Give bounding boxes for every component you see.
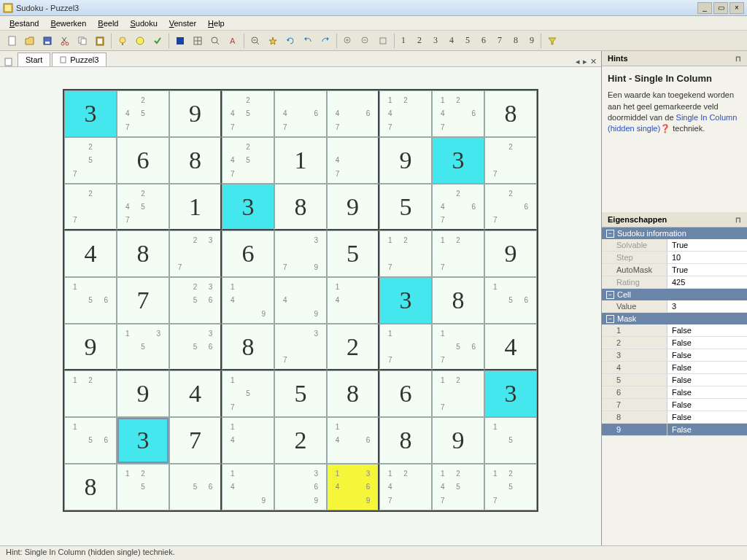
cell-7-6[interactable]: 8 (379, 417, 432, 464)
number-1[interactable]: 1 (398, 35, 409, 46)
copy-icon[interactable] (74, 33, 90, 49)
cell-5-4[interactable]: 37 (274, 324, 327, 370)
cell-4-4[interactable]: 49 (274, 277, 327, 324)
cell-1-3[interactable]: 2457 (222, 137, 274, 184)
cell-3-5[interactable]: 5 (327, 230, 379, 277)
cell-0-0[interactable]: 3 (64, 90, 117, 137)
cell-6-7[interactable]: 127 (432, 370, 484, 417)
menu-venster[interactable]: Venster (164, 18, 201, 29)
close-button[interactable]: × (729, 2, 744, 14)
cell-7-0[interactable]: 156 (64, 417, 117, 464)
zoom-reset-icon[interactable] (357, 33, 374, 49)
solve-icon[interactable] (150, 33, 166, 49)
prop-row[interactable]: Step10 (602, 252, 747, 264)
cell-6-6[interactable]: 6 (379, 370, 432, 417)
tab-puzzel3[interactable]: Puzzel3 (52, 52, 107, 66)
filter-icon[interactable] (544, 33, 560, 49)
prop-row[interactable]: 8False (602, 411, 747, 424)
cell-2-7[interactable]: 2467 (432, 184, 484, 230)
zoom-fit-icon[interactable] (375, 33, 391, 49)
prop-group[interactable]: −Cell (602, 289, 747, 300)
cell-4-2[interactable]: 2356 (169, 277, 222, 324)
cell-1-8[interactable]: 27 (484, 137, 537, 184)
cell-3-0[interactable]: 4 (64, 230, 117, 277)
cell-4-5[interactable]: 14 (327, 277, 379, 324)
cell-4-7[interactable]: 8 (432, 277, 484, 324)
tab-next-icon[interactable]: ▸ (583, 57, 587, 66)
cell-8-6[interactable]: 1247 (379, 464, 432, 510)
prop-row[interactable]: AutoMaskTrue (602, 264, 747, 276)
cell-6-4[interactable]: 5 (274, 370, 327, 417)
cell-3-8[interactable]: 9 (484, 230, 537, 277)
cell-6-3[interactable]: 157 (222, 370, 274, 417)
number-2[interactable]: 2 (414, 35, 425, 46)
prop-group[interactable]: −Mask (602, 313, 747, 324)
cell-0-4[interactable]: 467 (274, 90, 327, 137)
cell-4-1[interactable]: 7 (117, 277, 169, 324)
cell-7-7[interactable]: 9 (432, 417, 484, 464)
cell-3-4[interactable]: 379 (274, 230, 327, 277)
cell-6-1[interactable]: 9 (117, 370, 169, 417)
cell-2-8[interactable]: 267 (484, 184, 537, 230)
prop-row[interactable]: SolvableTrue (602, 239, 747, 252)
cell-0-6[interactable]: 1247 (379, 90, 432, 137)
new-icon[interactable] (4, 33, 20, 49)
cell-7-3[interactable]: 14 (222, 417, 274, 464)
cell-3-1[interactable]: 8 (117, 230, 169, 277)
cell-2-2[interactable]: 1 (169, 184, 222, 230)
prop-row[interactable]: 6False (602, 386, 747, 399)
cell-0-7[interactable]: 12467 (432, 90, 484, 137)
paste-icon[interactable] (92, 33, 108, 49)
cell-8-8[interactable]: 1257 (484, 464, 537, 510)
cell-2-0[interactable]: 27 (64, 184, 117, 230)
tab-prev-icon[interactable]: ◂ (576, 57, 580, 66)
number-9[interactable]: 9 (526, 35, 538, 46)
cell-2-4[interactable]: 8 (274, 184, 327, 230)
number-3[interactable]: 3 (430, 35, 441, 46)
menu-help[interactable]: Help (203, 18, 230, 29)
cell-5-8[interactable]: 4 (484, 324, 537, 370)
fill-icon[interactable] (172, 33, 188, 49)
cell-4-8[interactable]: 156 (484, 277, 537, 324)
cell-2-5[interactable]: 9 (327, 184, 379, 230)
cell-8-3[interactable]: 149 (222, 464, 274, 510)
zoom-out-icon[interactable] (247, 33, 263, 49)
hint-icon[interactable] (115, 33, 131, 49)
menu-bewerken[interactable]: Bewerken (45, 18, 91, 29)
cell-1-7[interactable]: 3 (432, 137, 484, 184)
cell-8-1[interactable]: 125 (117, 464, 169, 510)
sudoku-board[interactable]: 3245792457467467124712467825768245714793… (63, 89, 538, 512)
cell-8-2[interactable]: 56 (169, 464, 222, 510)
cell-1-2[interactable]: 8 (169, 137, 222, 184)
star-icon[interactable] (265, 33, 281, 49)
prop-group[interactable]: −Sudoku information (602, 228, 747, 239)
cell-1-4[interactable]: 1 (274, 137, 327, 184)
cell-5-7[interactable]: 1567 (432, 324, 484, 370)
pin-icon[interactable]: ⊓ (735, 55, 741, 63)
search-icon[interactable] (207, 33, 223, 49)
cell-0-3[interactable]: 2457 (222, 90, 274, 137)
cell-1-1[interactable]: 6 (117, 137, 169, 184)
cell-2-6[interactable]: 5 (379, 184, 432, 230)
cell-6-8[interactable]: 3 (484, 370, 537, 417)
cell-0-2[interactable]: 9 (169, 90, 222, 137)
cell-8-5[interactable]: 13469 (327, 464, 379, 510)
cell-2-1[interactable]: 2457 (117, 184, 169, 230)
prop-row[interactable]: 9False (602, 424, 747, 436)
prop-row[interactable]: Value3 (602, 300, 747, 313)
menu-beeld[interactable]: Beeld (93, 18, 123, 29)
cell-7-2[interactable]: 7 (169, 417, 222, 464)
redo-icon[interactable] (317, 33, 333, 49)
prop-row[interactable]: 5False (602, 374, 747, 386)
cell-1-6[interactable]: 9 (379, 137, 432, 184)
cell-7-4[interactable]: 2 (274, 417, 327, 464)
cell-7-5[interactable]: 146 (327, 417, 379, 464)
cell-0-1[interactable]: 2457 (117, 90, 169, 137)
undo-icon[interactable] (300, 33, 316, 49)
cell-6-2[interactable]: 4 (169, 370, 222, 417)
cell-4-0[interactable]: 156 (64, 277, 117, 324)
prop-row[interactable]: 2False (602, 337, 747, 349)
cell-5-3[interactable]: 8 (222, 324, 274, 370)
pin-icon[interactable]: ⊓ (735, 216, 741, 224)
prop-row[interactable]: 1False (602, 324, 747, 337)
